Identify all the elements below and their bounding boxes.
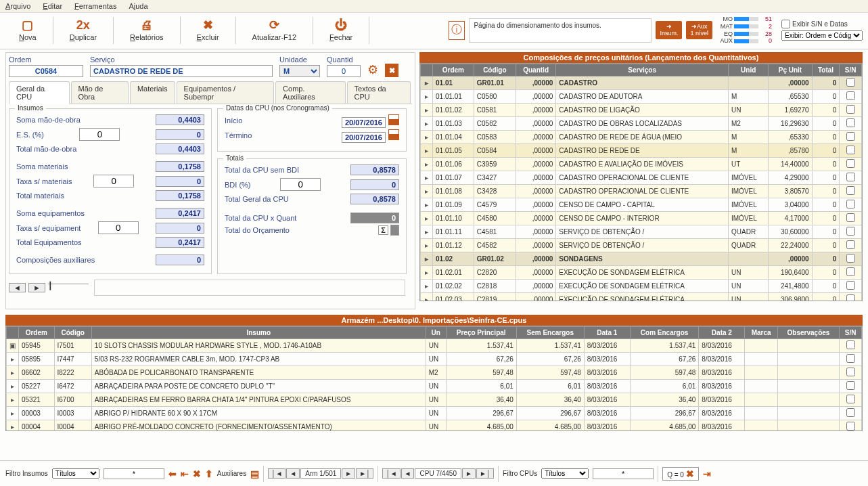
warehouse-title: Armazém ...Desktop\0. Importações\Seinfr… xyxy=(5,315,863,326)
nav-next[interactable]: ► xyxy=(462,468,476,479)
tab-1[interactable]: Mão de Obra xyxy=(71,81,129,104)
sum-icon[interactable]: Σ xyxy=(378,225,388,235)
report-icon: 🖨 xyxy=(139,17,155,33)
filtro-cpus-select[interactable]: Títulos xyxy=(541,468,589,479)
table-row[interactable]: ▸ 01.02.02C2818,00000 EXECUÇÃO DE SONDAG… xyxy=(421,280,862,293)
nav-prev[interactable]: ◄ xyxy=(401,468,415,479)
table-row[interactable]: ▸ 05227I6472ABRAÇADEIRA PARA POSTE DE CO… xyxy=(7,380,862,393)
nav-first[interactable]: │◄ xyxy=(382,468,400,479)
info-text: Página do dimensionamento dos insumos. xyxy=(469,18,652,43)
slider-right[interactable]: ► xyxy=(28,283,45,292)
table-row[interactable]: ▸ 01.02.01C2820,00000 EXECUÇÃO DE SONDAG… xyxy=(421,266,862,280)
q0-button[interactable]: Q = 0 ✖ xyxy=(662,467,699,481)
table-row[interactable]: ▸ 00003I0003ABRIGO P/ HIDRANTE 60 X 90 X… xyxy=(7,407,862,420)
table-row[interactable]: ▸ 00004I0004ABRIGO PRÉ-MOLDADO CONCRETO … xyxy=(7,420,862,432)
totais-box: Totais Total da CPU sem BDI0,8578 BDI (%… xyxy=(217,158,407,274)
x-icon[interactable]: ✖ xyxy=(193,468,201,479)
nav-last[interactable]: ►│ xyxy=(476,468,494,479)
bdi-input[interactable] xyxy=(280,178,321,191)
table-row[interactable]: ▸ 01.01.11C4581,00000 SERVIÇO DE OBTENÇÃ… xyxy=(421,225,862,239)
warehouse-panel: Armazém ...Desktop\0. Importações\Seinfr… xyxy=(5,315,863,431)
excluir-button[interactable]: ✖Excluir xyxy=(183,16,233,43)
arrow-left-icon[interactable]: ⬅ xyxy=(168,468,177,479)
filtro-insumos-input[interactable] xyxy=(104,468,164,479)
tab-4[interactable]: Comp. Auxiliares xyxy=(275,81,345,104)
duplicate-icon: 2x xyxy=(75,17,91,33)
tab-2[interactable]: Materiais xyxy=(130,81,175,104)
taxa-eq-input[interactable] xyxy=(98,221,139,234)
comp-grid[interactable]: OrdemCódigoQuantidServiçosUnidPç UnitTot… xyxy=(419,63,863,301)
comp-panel: Composições de preços unitários (Lançame… xyxy=(419,52,863,309)
filtro-insumos-select[interactable]: Títulos xyxy=(52,468,99,479)
table-row[interactable]: ▸ 05895I74475/03 RS-232 ROGRAMMER CABLE … xyxy=(7,353,862,366)
table-row[interactable]: ▸ 05321I6700ABRAÇADEIRAS EM FERRO BARRA … xyxy=(7,393,862,407)
refresh-icon: ⟳ xyxy=(266,17,282,33)
info-icon: ⓘ xyxy=(449,21,465,40)
tab-0[interactable]: Geral da CPU xyxy=(9,81,70,104)
delete-icon: ✖ xyxy=(200,17,216,33)
table-row[interactable]: ▸ 01.01.12C4582,00000 SERVIÇO DE OBTENÇÃ… xyxy=(421,239,862,252)
table-row[interactable]: ▸ 01.01.08C3428,00000 CADASTRO OPERACION… xyxy=(421,185,862,198)
table-row[interactable]: ▸ 06602I8222ABÓBADA DE POLICARBONATO TRA… xyxy=(7,366,862,380)
aux1-button[interactable]: ➜Aux1 nível xyxy=(686,21,712,40)
unidade-label: Unidade xyxy=(279,56,320,64)
table-row[interactable]: ▸ 01.01.06C3959,00000 CADASTRO E AVALIAÇ… xyxy=(421,158,862,171)
arrow-up-icon[interactable]: ⬆ xyxy=(205,468,213,479)
filtro-cpus-input[interactable] xyxy=(593,468,654,479)
menu-arquivo[interactable]: Arquivo xyxy=(5,2,30,10)
filtro-cpus-label: Filtro CPUs xyxy=(503,470,537,477)
nav-next[interactable]: ► xyxy=(342,468,355,479)
calendar-icon[interactable] xyxy=(388,114,399,125)
insumos-box: Insumos Soma mão-de-obra0,4403 E.S. (%)0… xyxy=(9,108,212,274)
list-icon[interactable]: ▤ xyxy=(250,468,259,479)
menu-ferramentas[interactable]: Ferramentas xyxy=(74,2,116,10)
table-row[interactable]: ▣ 05945I750110 SLOTS CHASSIS MODULAR HAR… xyxy=(7,339,862,353)
memo-box[interactable] xyxy=(94,280,405,296)
ordem-input[interactable] xyxy=(9,65,83,77)
table-row[interactable]: ▸ 01.01GR01.01,00000 CADASTRO,00000 0 xyxy=(421,76,862,90)
arrow-double-left-icon[interactable]: ⇤ xyxy=(181,468,189,479)
comp-title: Composições de preços unitários (Lançame… xyxy=(419,52,863,63)
goto-icon[interactable]: ⇥ xyxy=(703,468,711,479)
tab-5[interactable]: Textos da CPU xyxy=(347,81,411,104)
relatorios-button[interactable]: 🖨Relatórios xyxy=(116,16,177,43)
servico-input[interactable] xyxy=(90,65,273,77)
bottom-bar: Filtro Insumos Títulos ⬅ ⇤ ✖ ⬆ Auxiliare… xyxy=(0,460,868,486)
nova-button[interactable]: ▢Nova xyxy=(5,16,50,43)
taxa-mat-input[interactable] xyxy=(93,175,134,187)
es-input[interactable] xyxy=(79,128,120,141)
cpu-tabs: Geral da CPUMão de ObraMateriaisEquipame… xyxy=(9,81,412,104)
menu-editar[interactable]: Editar xyxy=(43,2,62,10)
quantid-input[interactable] xyxy=(327,65,361,77)
table-row[interactable]: ▸ 01.01.04C0583,00000 CADASTRO DE REDE D… xyxy=(421,131,862,144)
table-row[interactable]: ▸ 01.01.07C3427,00000 CADASTRO OPERACION… xyxy=(421,171,862,185)
nav-last[interactable]: ►│ xyxy=(356,468,373,479)
close-cpu-icon[interactable]: ✖ xyxy=(385,64,398,77)
cpu-nav: │◄ ◄ CPU 7/4450 ► ►│ xyxy=(382,468,494,479)
table-row[interactable]: ▸ 01.01.01C0580,00000 CADASTRO DE ADUTOR… xyxy=(421,90,862,104)
table-row[interactable]: ▸ 01.02GR01.02,00000 SONDAGENS,00000 0 xyxy=(421,252,862,266)
exibir-sn-checkbox[interactable]: Exibir S/N e Datas xyxy=(781,20,863,28)
exibir-select[interactable]: Exibir: Ordem e Código xyxy=(781,30,863,41)
slider-left[interactable]: ◄ xyxy=(9,283,26,292)
calendar-icon[interactable] xyxy=(388,129,399,140)
nav-prev[interactable]: ◄ xyxy=(286,468,300,479)
table-row[interactable]: ▸ 01.01.10C4580,00000 CENSO DE CAMPO - I… xyxy=(421,212,862,225)
unidade-select[interactable]: M xyxy=(279,65,320,77)
datas-box: Datas da CPU (nos Cronogramas) Início20/… xyxy=(217,108,407,152)
arm-nav: │◄ ◄ Arm 1/501 ► ►│ xyxy=(268,468,373,479)
table-row[interactable]: ▸ 01.01.05C0584,00000 CADASTRO DE REDE D… xyxy=(421,144,862,158)
warehouse-grid[interactable]: OrdemCódigoInsumoUnPreço PrincipalSem En… xyxy=(5,326,863,431)
nav-first[interactable]: │◄ xyxy=(268,468,285,479)
table-row[interactable]: ▸ 01.01.02C0581,00000 CADASTRO DE LIGAÇÃ… xyxy=(421,104,862,117)
fechar-button[interactable]: ⏻Fechar xyxy=(316,16,366,43)
duplicar-button[interactable]: 2xDuplicar xyxy=(56,16,110,43)
gear-icon[interactable]: ⚙ xyxy=(367,62,378,77)
table-row[interactable]: ▸ 01.01.03C0582,00000 CADASTRO DE OBRAS … xyxy=(421,117,862,131)
table-row[interactable]: ▸ 01.01.09C4579,00000 CENSO DE CAMPO - C… xyxy=(421,198,862,212)
insum-button[interactable]: ➜Insum. xyxy=(656,21,682,40)
tab-3[interactable]: Equipamentos / Subempr xyxy=(177,81,275,104)
menu-ajuda[interactable]: Ajuda xyxy=(129,2,147,10)
atualizar-button[interactable]: ⟳Atualizar-F12 xyxy=(239,16,310,43)
table-row[interactable]: ▸ 01.02.03C2819,00000 EXECUÇÃO DE SONDAG… xyxy=(421,293,862,302)
